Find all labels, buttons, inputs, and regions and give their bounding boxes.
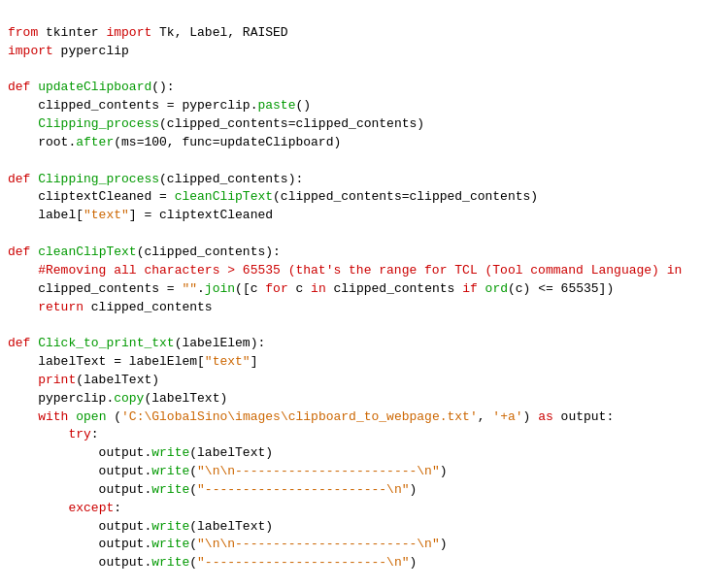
line-13: def cleanClipText(clipped_contents): <box>8 245 281 259</box>
line-11: label["text"] = cliptextCleaned <box>8 208 273 222</box>
line-20: print(labelText) <box>8 373 159 387</box>
line-16: return clipped_contents <box>8 300 213 314</box>
line-28: output.write(labelText) <box>8 519 273 534</box>
line-9: def Clipping_process(clipped_contents): <box>8 172 303 186</box>
line-15: clipped_contents = "".join([c for c in c… <box>8 281 614 296</box>
line-2: import pyperclip <box>8 44 129 58</box>
line-21: pyperclip.copy(labelText) <box>8 391 227 406</box>
line-23: try: <box>8 427 99 441</box>
line-29: output.write("\n\n----------------------… <box>8 537 448 551</box>
line-24: output.write(labelText) <box>8 445 273 460</box>
line-6: Clipping_process(clipped_contents=clippe… <box>8 116 424 131</box>
line-1: from tkinter import Tk, Label, RAISED <box>8 25 288 40</box>
line-14: #Removing all characters > 65535 (that's… <box>8 263 682 278</box>
line-27: except: <box>8 501 121 515</box>
line-4: def updateClipboard(): <box>8 80 175 94</box>
line-5: clipped_contents = pyperclip.paste() <box>8 98 311 113</box>
line-30: output.write("------------------------\n… <box>8 555 417 570</box>
line-22: with open ('C:\GlobalSino\images\clipboa… <box>8 409 614 424</box>
code-editor: from tkinter import Tk, Label, RAISED im… <box>8 6 694 588</box>
line-10: cliptextCleaned = cleanClipText(clipped_… <box>8 189 538 204</box>
line-7: root.after(ms=100, func=updateClipboard) <box>8 135 341 149</box>
line-26: output.write("------------------------\n… <box>8 482 417 497</box>
line-18: def Click_to_print_txt(labelElem): <box>8 336 265 350</box>
line-25: output.write("\n\n----------------------… <box>8 464 448 478</box>
line-19: labelText = labelElem["text"] <box>8 354 257 369</box>
